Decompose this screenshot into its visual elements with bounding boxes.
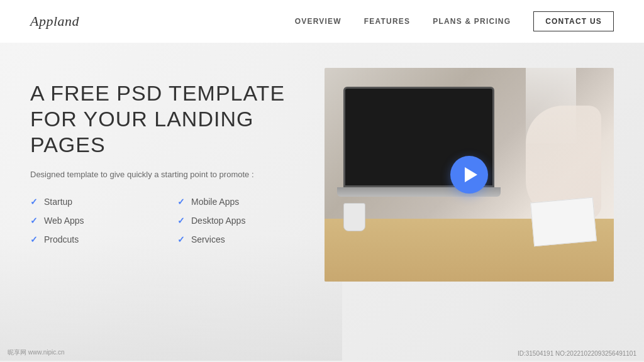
feature-products: ✓ Prodcuts: [30, 234, 152, 244]
logo: Appland: [30, 13, 79, 30]
check-icon-desktop: ✓: [177, 216, 185, 226]
hero-section: A FREE PSD TEMPLATE FOR YOUR LANDING PAG…: [0, 43, 644, 361]
coffee-cup: [343, 203, 365, 231]
feature-desktop-apps: ✓ Desktop Apps: [177, 216, 299, 226]
check-icon-web: ✓: [30, 216, 38, 226]
feature-mobile-apps: ✓ Mobile Apps: [177, 197, 299, 207]
notebook: [530, 197, 597, 246]
nav-overview[interactable]: OVERVIEW: [295, 17, 341, 26]
navbar: Appland OVERVIEW FEATURES PLANS & PRICIN…: [0, 0, 644, 43]
play-icon: [465, 167, 477, 182]
nav-plans[interactable]: PLANS & PRICING: [433, 17, 511, 26]
feature-services: ✓ Services: [177, 234, 299, 244]
hero-left-content: A FREE PSD TEMPLATE FOR YOUR LANDING PAG…: [30, 80, 325, 244]
check-icon-products: ✓: [30, 234, 38, 244]
feature-startup: ✓ Startup: [30, 197, 152, 207]
nav-contact-button[interactable]: CONTACT US: [533, 11, 614, 31]
nav-links: OVERVIEW FEATURES PLANS & PRICING CONTAC…: [295, 11, 614, 31]
watermark-right: ID:31504191 NO:20221022093256491101: [518, 350, 636, 357]
check-icon-services: ✓: [177, 234, 185, 244]
check-icon-startup: ✓: [30, 197, 38, 207]
watermark-left: 昵享网 www.nipic.cn: [8, 348, 65, 357]
play-button[interactable]: [450, 156, 488, 194]
feature-list: ✓ Startup ✓ Mobile Apps ✓ Web Apps ✓ Des…: [30, 197, 299, 244]
laptop: [343, 87, 519, 212]
hero-title: A FREE PSD TEMPLATE FOR YOUR LANDING PAG…: [30, 80, 299, 157]
image-background: [325, 68, 614, 282]
check-icon-mobile: ✓: [177, 197, 185, 207]
nav-features[interactable]: FEATURES: [364, 17, 410, 26]
hero-subtitle: Designed template to give quickly a star…: [30, 170, 299, 179]
feature-web-apps: ✓ Web Apps: [30, 216, 152, 226]
hero-image: [325, 68, 614, 282]
